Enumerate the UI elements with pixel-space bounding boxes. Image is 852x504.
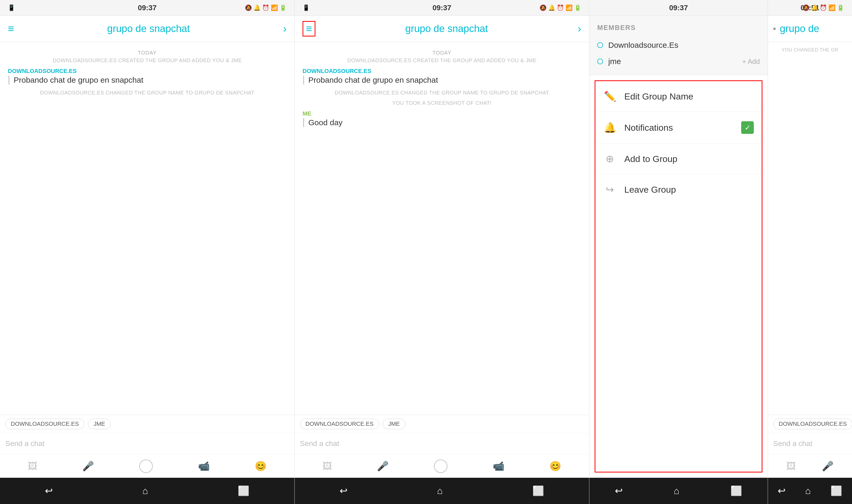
home-btn-4[interactable]: ⌂ <box>805 485 811 497</box>
back-btn-2[interactable]: ↩ <box>340 485 348 497</box>
recipient-tags-1: DOWNLOADSOURCE.ES JME <box>0 415 295 433</box>
back-btn-1[interactable]: ↩ <box>45 485 53 497</box>
nav-arrow-1[interactable]: › <box>283 23 286 35</box>
message-text-2b: Good day <box>303 118 581 127</box>
fourth-system-msg: YOU CHANGED THE GR <box>773 47 847 53</box>
recents-btn-1[interactable]: ⬜ <box>238 485 249 497</box>
recipient-tags-4: DOWNLOADSOURCE.ES <box>768 415 852 433</box>
input-bar-1: DOWNLOADSOURCE.ES JME Send a chat 🖼 🎤 📹 … <box>0 415 295 478</box>
status-right-icons-1: 🔕 🔔 ⏰ 📶 🔋 <box>245 4 286 11</box>
leave-icon: ↪ <box>603 184 617 195</box>
chat-title-1: grupo de snapchat <box>14 23 283 34</box>
hamburger-button-4[interactable]: ≡ <box>773 26 776 31</box>
system-msg-2b: DOWNLOADSOURCE.ES CHANGED THE GROUP NAME… <box>303 90 581 96</box>
sender-1: DOWNLOADSOURCE.ES <box>8 68 286 75</box>
leave-group-label: Leave Group <box>624 184 754 195</box>
image-icon-2[interactable]: 🖼 <box>322 461 332 472</box>
add-to-group-label: Add to Group <box>624 154 754 164</box>
message-block-2b: ME Good day <box>303 110 581 127</box>
message-text-2a: Probando chat de grupo en snapchat <box>303 76 581 85</box>
back-btn-3[interactable]: ↩ <box>615 485 623 497</box>
member-dot-1 <box>597 42 603 48</box>
tag-downloadsource-4[interactable]: DOWNLOADSOURCE.ES <box>773 419 852 429</box>
fourth-chat-title: grupo de <box>780 23 819 34</box>
android-nav-1: ↩ ⌂ ⬜ <box>0 478 295 504</box>
recents-btn-4[interactable]: ⬜ <box>831 485 842 497</box>
system-msg-1a: DOWNLOADSOURCE.ES CREATED THE GROUP AND … <box>8 57 286 64</box>
chat-content-1: TODAY DOWNLOADSOURCE.ES CREATED THE GROU… <box>0 42 295 415</box>
mic-icon-2[interactable]: 🎤 <box>377 461 389 472</box>
back-btn-4[interactable]: ↩ <box>778 485 785 497</box>
nav-bar-1: ≡ grupo de snapchat › <box>0 16 295 42</box>
date-divider-1: TODAY <box>8 50 286 56</box>
android-nav-2: ↩ ⌂ ⬜ <box>295 478 589 504</box>
menu-add-to-group[interactable]: ⊕ Add to Group <box>596 144 762 174</box>
image-icon-1[interactable]: 🖼 <box>28 461 37 472</box>
video-icon-2[interactable]: 📹 <box>493 461 504 472</box>
mic-icon-4[interactable]: 🎤 <box>822 461 834 472</box>
capture-btn-2[interactable] <box>434 460 447 473</box>
menu-notifications[interactable]: 🔔 Notifications ✓ <box>596 112 762 144</box>
members-title: MEMBERS <box>597 24 760 32</box>
home-btn-2[interactable]: ⌂ <box>437 485 443 497</box>
notifications-checkbox[interactable]: ✓ <box>741 121 754 134</box>
chat-title-2: grupo de snapchat <box>316 23 578 34</box>
status-left-icons-2: 📱 <box>303 4 310 11</box>
status-time-3: 09:37 <box>669 4 688 12</box>
mic-icon-1[interactable]: 🎤 <box>82 461 94 472</box>
bottom-bar-4: 🖼 🎤 <box>768 454 852 478</box>
home-btn-3[interactable]: ⌂ <box>674 485 679 497</box>
date-divider-2: TODAY <box>303 50 581 56</box>
recipient-tags-2: DOWNLOADSOURCE.ES JME <box>295 415 589 433</box>
status-bar-4: 📱 09:51 🔕 🔔 ⏰ 📶 🔋 <box>768 0 852 16</box>
system-msg-2c: YOU TOOK A SCREENSHOT OF CHAT! <box>303 100 581 106</box>
panel-4: 📱 09:51 🔕 🔔 ⏰ 📶 🔋 ≡ grupo de YOU CHANGED… <box>768 0 852 504</box>
chat-input-4[interactable]: Send a chat <box>773 439 847 448</box>
chat-input-1[interactable]: Send a chat <box>5 439 289 448</box>
edit-icon: ✏️ <box>603 91 617 102</box>
bell-icon: 🔔 <box>603 122 617 133</box>
add-circle-icon: ⊕ <box>603 153 617 165</box>
nav-arrow-2[interactable]: › <box>578 23 581 35</box>
status-right-icons-2: 🔕 🔔 ⏰ 📶 🔋 <box>539 4 581 11</box>
tag-jme-1[interactable]: JME <box>88 419 110 429</box>
status-bar-1: 📱 09:37 🔕 🔔 ⏰ 📶 🔋 <box>0 0 295 16</box>
panel-3: 📱 09:37 🔕 🔔 ⏰ 📶 🔋 MEMBERS Downloadsource… <box>589 0 768 504</box>
fourth-content: YOU CHANGED THE GR <box>768 42 852 415</box>
member-row-1: Downloadsource.Es <box>597 37 760 53</box>
panel-1: 📱 09:37 🔕 🔔 ⏰ 📶 🔋 ≡ grupo de snapchat › … <box>0 0 295 504</box>
hamburger-button-1[interactable]: ≡ <box>8 23 14 35</box>
context-menu: ✏️ Edit Group Name 🔔 Notifications ✓ ⊕ A… <box>594 80 762 472</box>
chat-input-2[interactable]: Send a chat <box>300 439 584 448</box>
android-nav-3: ↩ ⌂ ⬜ <box>589 478 768 504</box>
recents-btn-3[interactable]: ⬜ <box>730 485 742 497</box>
emoji-icon-2[interactable]: 😊 <box>549 461 561 472</box>
member-row-2: jme + Add <box>597 53 760 70</box>
tag-jme-2[interactable]: JME <box>383 419 405 429</box>
status-right-icons-4: 🔕 🔔 ⏰ 📶 🔋 <box>802 4 844 11</box>
menu-leave-group[interactable]: ↪ Leave Group <box>596 174 762 205</box>
menu-edit-group-name[interactable]: ✏️ Edit Group Name <box>596 81 762 112</box>
members-section: MEMBERS Downloadsource.Es jme + Add <box>589 16 768 75</box>
message-block-1: DOWNLOADSOURCE.ES Probando chat de grupo… <box>8 68 286 85</box>
add-link[interactable]: + Add <box>742 57 760 66</box>
tag-downloadsource-1[interactable]: DOWNLOADSOURCE.ES <box>5 419 84 429</box>
status-bar-3: 📱 09:37 🔕 🔔 ⏰ 📶 🔋 <box>589 0 768 16</box>
status-bar-2: 📱 09:37 🔕 🔔 ⏰ 📶 🔋 <box>295 0 589 16</box>
video-icon-1[interactable]: 📹 <box>198 461 210 472</box>
recents-btn-2[interactable]: ⬜ <box>532 485 544 497</box>
home-btn-1[interactable]: ⌂ <box>142 485 148 497</box>
chat-input-row-1: Send a chat <box>0 433 295 454</box>
system-msg-1b: DOWNLOADSOURCE.ES CHANGED THE GROUP NAME… <box>8 90 286 96</box>
capture-btn-1[interactable] <box>139 460 153 473</box>
status-time-2: 09:37 <box>432 4 451 12</box>
tag-downloadsource-2[interactable]: DOWNLOADSOURCE.ES <box>300 419 379 429</box>
system-msg-2a: DOWNLOADSOURCE.ES CREATED THE GROUP AND … <box>303 57 581 64</box>
emoji-icon-1[interactable]: 😊 <box>255 461 267 472</box>
image-icon-4[interactable]: 🖼 <box>786 461 796 472</box>
android-nav-4: ↩ ⌂ ⬜ <box>768 478 852 504</box>
chat-input-row-2: Send a chat <box>295 433 589 454</box>
input-bar-2: DOWNLOADSOURCE.ES JME Send a chat 🖼 🎤 📹 … <box>295 415 589 478</box>
fourth-nav: ≡ grupo de <box>768 16 852 42</box>
hamburger-button-2[interactable]: ≡ <box>303 21 316 36</box>
